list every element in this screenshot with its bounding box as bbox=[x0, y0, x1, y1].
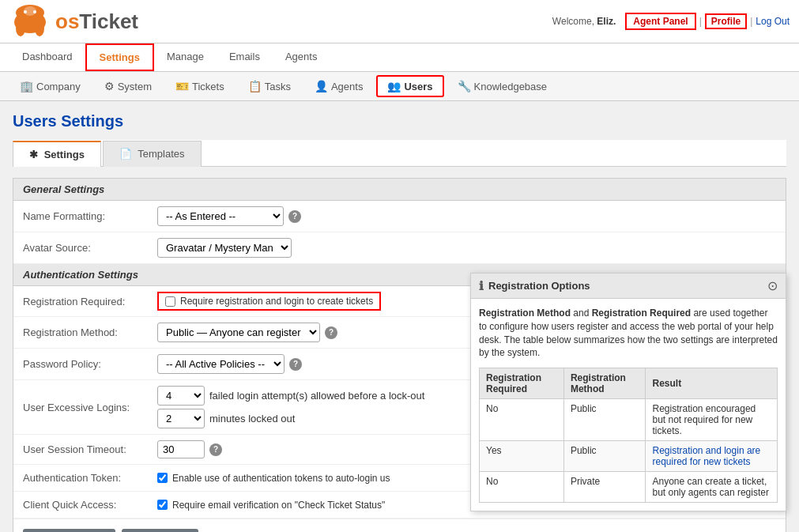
reg-options-header: ℹ Registration Options ⊙ bbox=[471, 274, 786, 299]
row2-result: Registration and login are required for … bbox=[646, 441, 778, 472]
reg-options-header-left: ℹ Registration Options bbox=[479, 279, 590, 293]
row3-method: Private bbox=[563, 472, 646, 503]
svg-point-6 bbox=[33, 10, 36, 13]
session-timeout-info-icon[interactable]: ? bbox=[209, 443, 222, 456]
nav-manage[interactable]: Manage bbox=[154, 44, 217, 71]
password-policy-label: Password Policy: bbox=[23, 358, 157, 370]
reg-options-title: Registration Options bbox=[488, 280, 590, 292]
subnav-agents[interactable]: 👤 Agents bbox=[304, 76, 373, 96]
row2-method: Public bbox=[563, 441, 646, 472]
avatar-source-label: Avatar Source: bbox=[23, 242, 157, 254]
top-right-area: Welcome, Eliz. Agent Panel | Profile | L… bbox=[552, 13, 790, 30]
avatar-source-select[interactable]: Gravatar / Mystery Man Initials None bbox=[157, 238, 292, 258]
tab-bar: ✱ Settings 📄 Templates bbox=[13, 140, 786, 167]
tab-settings[interactable]: ✱ Settings bbox=[13, 141, 101, 167]
top-bar: osTicket Welcome, Eliz. Agent Panel | Pr… bbox=[0, 0, 799, 43]
name-formatting-label: Name Formatting: bbox=[23, 210, 157, 222]
reg-method-info-icon[interactable]: ? bbox=[325, 326, 337, 339]
welcome-text: Welcome, Eliz. bbox=[552, 16, 616, 27]
excessive-logins-label: User Excessive Logins: bbox=[23, 402, 157, 413]
reg-required-checkbox[interactable] bbox=[165, 296, 175, 307]
svg-point-3 bbox=[35, 21, 44, 36]
password-policy-info-icon[interactable]: ? bbox=[289, 358, 302, 371]
lock-minutes-suffix: minutes locked out bbox=[209, 413, 295, 424]
name-formatting-field: -- As Entered -- First Last Last First ? bbox=[157, 206, 776, 226]
agent-panel-button[interactable]: Agent Panel bbox=[625, 13, 695, 30]
client-access-text: Require email verification on "Check Tic… bbox=[172, 500, 385, 511]
subnav-users[interactable]: 👥 Users bbox=[376, 75, 443, 97]
auth-token-checkbox[interactable] bbox=[157, 473, 168, 483]
reg-options-info-icon: ℹ bbox=[479, 279, 484, 293]
svg-point-2 bbox=[16, 21, 25, 36]
table-row: No Public Registration encouraged but no… bbox=[480, 399, 778, 441]
form-footer: Save Changes Reset Ch... bbox=[13, 519, 786, 532]
row1-result: Registration encouraged but not required… bbox=[646, 399, 778, 441]
page-content: Users Settings ✱ Settings 📄 Templates Ge… bbox=[0, 101, 799, 532]
lock-minutes-select[interactable]: 2 1 3 5 10 bbox=[157, 409, 205, 428]
tasks-icon: 📋 bbox=[248, 80, 262, 92]
profile-link[interactable]: Profile bbox=[705, 13, 747, 29]
tickets-icon: 🎫 bbox=[175, 80, 189, 92]
subnav-system[interactable]: ⚙ System bbox=[94, 76, 162, 96]
row2-result-link[interactable]: Registration and login are required for … bbox=[652, 445, 760, 467]
name-formatting-select[interactable]: -- As Entered -- First Last Last First bbox=[157, 206, 284, 226]
col-header-method: Registration Method bbox=[563, 368, 646, 399]
logo-area: osTicket bbox=[9, 5, 138, 38]
knowledgebase-icon: 🔧 bbox=[458, 80, 471, 92]
client-access-label: Client Quick Access: bbox=[23, 499, 157, 511]
agents-icon: 👤 bbox=[315, 80, 328, 92]
company-icon: 🏢 bbox=[20, 80, 33, 92]
save-changes-button[interactable]: Save Changes bbox=[23, 529, 115, 532]
subnav-tasks[interactable]: 📋 Tasks bbox=[238, 76, 301, 96]
reg-options-body: Registration Method and Registration Req… bbox=[471, 299, 786, 511]
lock-minutes-row: 2 1 3 5 10 minutes locked out bbox=[157, 409, 424, 428]
subnav-knowledgebase[interactable]: 🔧 Knowledgebase bbox=[447, 76, 558, 96]
nav-dashboard[interactable]: Dashboard bbox=[9, 44, 85, 71]
name-formatting-info-icon[interactable]: ? bbox=[288, 210, 301, 223]
col-header-result: Result bbox=[646, 368, 778, 399]
tab-templates[interactable]: 📄 Templates bbox=[103, 141, 202, 167]
reg-required-label: Registration Required: bbox=[23, 296, 157, 308]
reset-button[interactable]: Reset Ch... bbox=[122, 529, 198, 532]
login-attempts-suffix: failed login attempt(s) allowed before a… bbox=[209, 390, 424, 402]
session-timeout-input[interactable] bbox=[157, 440, 205, 458]
users-icon: 👥 bbox=[387, 80, 401, 92]
col-header-required: Registration Required bbox=[480, 368, 564, 399]
nav-settings[interactable]: Settings bbox=[85, 43, 154, 71]
row3-required: No bbox=[480, 472, 564, 503]
main-nav: Dashboard Settings Manage Emails Agents bbox=[0, 43, 799, 72]
reg-method-label: Registration Method: bbox=[23, 326, 157, 338]
session-timeout-label: User Session Timeout: bbox=[23, 443, 157, 455]
password-policy-select[interactable]: -- All Active Policies -- bbox=[157, 354, 285, 374]
subnav-company[interactable]: 🏢 Company bbox=[9, 76, 91, 96]
page-title: Users Settings bbox=[13, 112, 786, 130]
reg-options-popup: ℹ Registration Options ⊙ Registration Me… bbox=[470, 273, 786, 511]
settings-tab-icon: ✱ bbox=[29, 149, 38, 160]
subnav-tickets[interactable]: 🎫 Tickets bbox=[165, 76, 235, 96]
auth-token-checkbox-row: Enable use of authentication tokens to a… bbox=[157, 473, 390, 484]
nav-agents[interactable]: Agents bbox=[273, 44, 330, 71]
table-row: No Private Anyone can create a ticket, b… bbox=[480, 472, 778, 503]
avatar-source-row: Avatar Source: Gravatar / Mystery Man In… bbox=[13, 232, 786, 264]
client-access-checkbox[interactable] bbox=[157, 500, 168, 510]
reg-options-description: Registration Method and Registration Req… bbox=[479, 307, 778, 360]
reg-method-select[interactable]: Public — Anyone can register Private — A… bbox=[157, 323, 320, 342]
reg-required-box: Require registration and login to create… bbox=[157, 292, 381, 311]
reg-options-table: Registration Required Registration Metho… bbox=[479, 368, 778, 503]
logout-link[interactable]: Log Out bbox=[756, 16, 790, 27]
nav-emails[interactable]: Emails bbox=[217, 44, 273, 71]
login-attempts-row: 4 2 3 5 6 failed login attempt(s) allowe… bbox=[157, 386, 424, 406]
row1-required: No bbox=[480, 399, 564, 441]
row3-result: Anyone can create a ticket, but only age… bbox=[646, 472, 778, 503]
auth-token-text: Enable use of authentication tokens to a… bbox=[172, 473, 390, 484]
client-access-checkbox-row: Require email verification on "Check Tic… bbox=[157, 500, 385, 511]
content-area: General Settings Name Formatting: -- As … bbox=[13, 178, 786, 532]
row2-required: Yes bbox=[480, 441, 564, 472]
login-attempts-select[interactable]: 4 2 3 5 6 bbox=[157, 386, 205, 406]
name-formatting-row: Name Formatting: -- As Entered -- First … bbox=[13, 201, 786, 232]
sub-nav: 🏢 Company ⚙ System 🎫 Tickets 📋 Tasks 👤 A… bbox=[0, 72, 799, 101]
svg-point-5 bbox=[24, 10, 27, 13]
system-icon: ⚙ bbox=[104, 80, 115, 92]
reg-options-close-button[interactable]: ⊙ bbox=[767, 278, 778, 293]
avatar-source-field: Gravatar / Mystery Man Initials None bbox=[157, 238, 776, 258]
